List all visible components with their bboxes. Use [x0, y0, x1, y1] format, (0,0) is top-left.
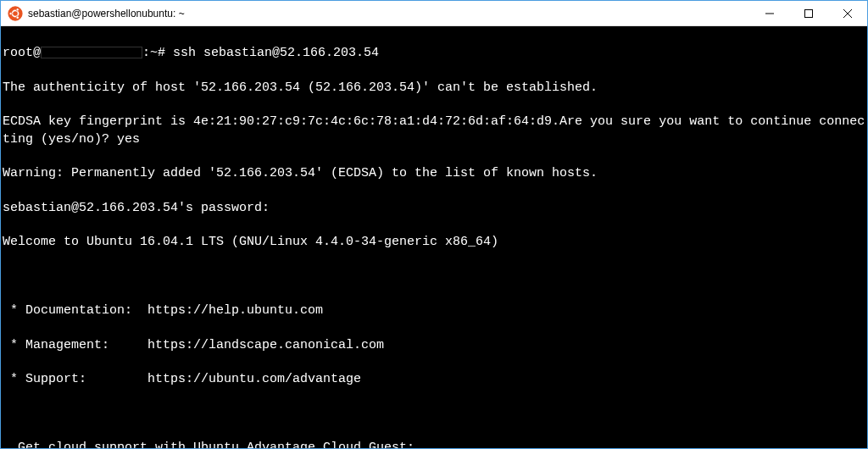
window-controls [750, 1, 867, 25]
window-title: sebastian@powershellonubuntu: ~ [28, 8, 750, 19]
terminal-line: * Documentation: https://help.ubuntu.com [3, 302, 867, 319]
window-titlebar: sebastian@powershellonubuntu: ~ [1, 1, 867, 26]
ubuntu-icon [8, 6, 23, 21]
command-text: ssh sebastian@52.166.203.54 [173, 46, 379, 60]
terminal-line [3, 406, 867, 423]
terminal-line: sebastian@52.166.203.54's password: [3, 200, 867, 217]
terminal-line: The authenticity of host '52.166.203.54 … [3, 80, 867, 97]
terminal-line: * Management: https://landscape.canonica… [3, 337, 867, 354]
close-button[interactable] [828, 1, 867, 25]
svg-rect-6 [805, 9, 813, 17]
terminal-line: Get cloud support with Ubuntu Advantage … [3, 440, 867, 448]
terminal-line: Warning: Permanently added '52.166.203.5… [3, 165, 867, 182]
prompt-text: :~# [142, 46, 173, 60]
terminal-area[interactable]: root@:~# ssh sebastian@52.166.203.54 The… [1, 26, 867, 448]
redacted-hostname [41, 47, 142, 58]
svg-point-2 [9, 12, 12, 14]
svg-point-4 [16, 16, 19, 19]
terminal-line: ECDSA key fingerprint is 4e:21:90:27:c9:… [3, 114, 867, 148]
terminal-line [3, 269, 867, 285]
prompt-text: root@ [3, 46, 41, 60]
terminal-line: Welcome to Ubuntu 16.04.1 LTS (GNU/Linux… [3, 234, 867, 251]
terminal-line: root@:~# ssh sebastian@52.166.203.54 [3, 45, 867, 62]
svg-point-3 [16, 8, 19, 10]
maximize-button[interactable] [789, 1, 828, 25]
terminal-line: * Support: https://ubuntu.com/advantage [3, 371, 867, 388]
minimize-button[interactable] [750, 1, 789, 25]
